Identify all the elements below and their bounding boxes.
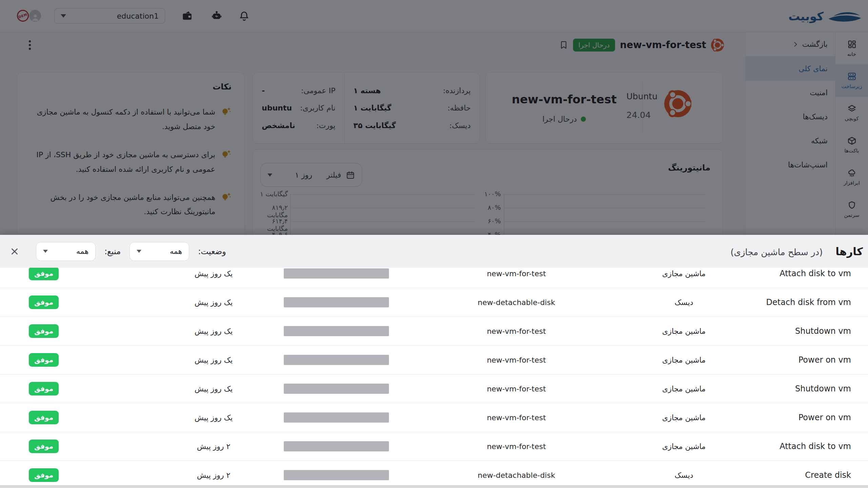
task-row[interactable]: موفق یک روز پیش new-vm-for-test ماشین مج…: [0, 346, 868, 374]
task-time: یک روز پیش: [173, 385, 254, 393]
task-row[interactable]: موفق یک روز پیش new-vm-for-test ماشین مج…: [0, 317, 868, 346]
task-time: ۲ روز پیش: [173, 471, 254, 480]
task-name: Power on vm: [798, 355, 851, 365]
task-row[interactable]: موفق یک روز پیش new-vm-for-test ماشین مج…: [0, 268, 868, 288]
resource-type: ماشین مجازی: [635, 356, 733, 364]
redacted-bar: [284, 268, 389, 279]
task-name: Attach disk to vm: [780, 442, 851, 451]
resource-type: ماشین مجازی: [635, 327, 733, 336]
task-time: ۲ روز پیش: [173, 442, 254, 451]
resource-name: new-detachable-disk: [454, 298, 578, 307]
task-time: یک روز پیش: [173, 356, 254, 364]
resource-type: ماشین مجازی: [635, 442, 733, 451]
resource-type: ماشین مجازی: [635, 413, 733, 422]
task-status-badge: موفق: [29, 324, 59, 338]
task-status-badge: موفق: [29, 353, 59, 367]
tasks-panel: کارها (در سطح ماشین مجازی) وضعیت: همه من…: [0, 235, 868, 488]
resource-name: new-detachable-disk: [454, 471, 578, 480]
redacted-bar: [284, 355, 389, 365]
task-row[interactable]: موفق ۲ روز پیش new-vm-for-test ماشین مجا…: [0, 432, 868, 461]
redacted-bar: [284, 297, 389, 307]
resource-type: ماشین مجازی: [635, 385, 733, 393]
task-name: Shutdown vm: [795, 384, 851, 393]
chevron-down-icon: [43, 250, 48, 253]
source-filter-dropdown[interactable]: همه: [36, 242, 96, 261]
resource-type: دیسک: [635, 471, 733, 480]
redacted-bar: [284, 326, 389, 336]
task-row[interactable]: موفق ۲ روز پیش new-detachable-disk دیسک …: [0, 461, 868, 488]
task-status-badge: موفق: [29, 411, 59, 424]
resource-type: ماشین مجازی: [635, 269, 733, 278]
task-name: Create disk: [805, 470, 851, 480]
task-row[interactable]: موفق یک روز پیش new-vm-for-test ماشین مج…: [0, 403, 868, 432]
close-icon[interactable]: [10, 247, 19, 256]
dim-overlay[interactable]: [0, 0, 868, 235]
task-status-badge: موفق: [29, 382, 59, 395]
resource-type: دیسک: [635, 298, 733, 307]
resource-name: new-vm-for-test: [454, 413, 578, 422]
task-status-badge: موفق: [29, 268, 59, 280]
resource-name: new-vm-for-test: [454, 356, 578, 364]
task-time: یک روز پیش: [173, 327, 254, 336]
task-status-badge: موفق: [29, 440, 59, 453]
tasks-panel-header: کارها (در سطح ماشین مجازی) وضعیت: همه من…: [0, 235, 868, 268]
resource-name: new-vm-for-test: [454, 269, 578, 278]
chevron-down-icon: [137, 250, 141, 253]
resource-name: new-vm-for-test: [454, 442, 578, 451]
redacted-bar: [284, 470, 389, 480]
task-time: یک روز پیش: [173, 413, 254, 422]
task-name: Power on vm: [798, 413, 851, 422]
task-row[interactable]: موفق یک روز پیش new-detachable-disk دیسک…: [0, 288, 868, 317]
resource-name: new-vm-for-test: [454, 385, 578, 393]
source-filter-label: منبع:: [104, 247, 121, 256]
tasks-subtitle: (در سطح ماشین مجازی): [730, 247, 823, 257]
status-filter-dropdown[interactable]: همه: [130, 242, 189, 261]
tasks-title: کارها: [835, 245, 863, 258]
task-status-badge: موفق: [29, 468, 59, 482]
task-name: Attach disk to vm: [780, 269, 851, 278]
tasks-table: موفق یک روز پیش new-vm-for-test ماشین مج…: [0, 268, 868, 488]
task-status-badge: موفق: [29, 296, 59, 309]
redacted-bar: [284, 441, 389, 451]
task-name: Detach disk from vm: [766, 298, 851, 307]
task-time: یک روز پیش: [173, 269, 254, 278]
redacted-bar: [284, 412, 389, 423]
task-time: یک روز پیش: [173, 298, 254, 307]
redacted-bar: [284, 384, 389, 394]
scrollbar-track[interactable]: [0, 485, 868, 488]
task-row[interactable]: موفق یک روز پیش new-vm-for-test ماشین مج…: [0, 374, 868, 403]
resource-name: new-vm-for-test: [454, 327, 578, 336]
status-filter-label: وضعیت:: [198, 247, 226, 256]
task-name: Shutdown vm: [795, 326, 851, 336]
